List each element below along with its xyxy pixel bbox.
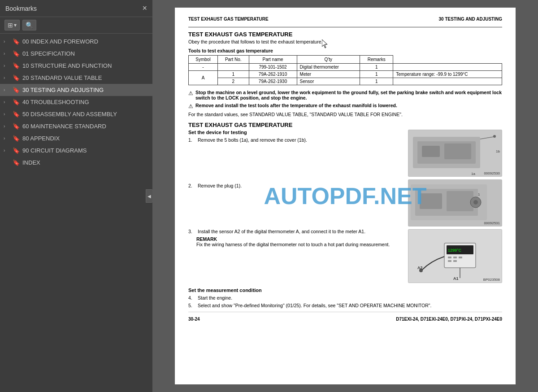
- cell-remarks-0: [393, 64, 502, 71]
- sidebar-item-idx[interactable]: 🔖INDEX: [0, 157, 152, 169]
- steps-column: Set the device for testing 1. Remove the…: [188, 130, 404, 283]
- cell-remarks-1: Temperature range: -99.9 to 1299°C: [393, 71, 502, 78]
- bookmark-icon-30: 🔖: [13, 87, 20, 93]
- image-2-code: 00092531: [484, 221, 500, 225]
- svg-rect-26: [453, 260, 457, 262]
- sidebar-item-90[interactable]: ›🔖90 CIRCUIT DIAGRAMS: [0, 144, 152, 157]
- cell-partname-1: Meter: [297, 71, 360, 78]
- bookmark-icon-00: 🔖: [13, 38, 20, 45]
- svg-rect-24: [459, 257, 462, 258]
- tools-label: Tools to test exhaust gas temperature: [188, 48, 502, 53]
- table-row-1: A179A-262-1910Meter1Temperature range: -…: [189, 71, 502, 78]
- step-1: 1. Remove the 5 bolts (1a), and remove t…: [188, 137, 404, 143]
- cell-partno-1: 79A-262-1910: [249, 71, 297, 78]
- warning-text-1: Stop the machine on a level ground, lowe…: [195, 90, 502, 100]
- sidebar-toolbar: ⊞ ▾ 🔍: [0, 17, 152, 34]
- expand-arrow-90[interactable]: ›: [4, 148, 10, 153]
- step-1-text: Remove the 5 bolts (1a), and remove the …: [198, 137, 307, 143]
- cell-partname-0: Digital thermometer: [297, 64, 360, 71]
- bookmark-icon-10: 🔖: [13, 62, 20, 69]
- step-2-image: 1 00092531: [408, 179, 502, 226]
- cell-symbol-0: -: [189, 64, 218, 71]
- bookmark-label-00: 00 INDEX AND FOREWORD: [22, 38, 149, 45]
- standard-ref: For the standard values, see STANDARD VA…: [188, 112, 502, 117]
- page-document: TEST EXHAUST GAS TEMPERATURE 30 TESTING …: [175, 8, 516, 384]
- expand-arrow-00[interactable]: ›: [4, 39, 10, 44]
- warning-1: ⚠ Stop the machine on a level ground, lo…: [188, 90, 502, 100]
- bookmark-icon-20: 🔖: [13, 74, 20, 81]
- cell-qty-1: 1: [360, 71, 393, 78]
- measurement-title: Set the measurement condition: [188, 287, 502, 293]
- sidebar-item-01[interactable]: ›🔖01 SPECIFICATION: [0, 48, 152, 60]
- close-button[interactable]: ×: [142, 4, 147, 13]
- svg-point-7: [493, 135, 496, 138]
- step-3-text: Install the sensor A2 of the digital the…: [198, 229, 365, 234]
- svg-text:1b: 1b: [496, 149, 500, 153]
- col-remarks: Remarks: [360, 56, 393, 64]
- expand-arrow-30[interactable]: ›: [4, 87, 10, 92]
- warning-icon-1: ⚠: [188, 90, 193, 96]
- warning-2: ⚠ Remove and install the test tools afte…: [188, 103, 502, 109]
- remark-title: REMARK: [196, 236, 217, 242]
- footer-right: D71EXI-24, D71EXI-24E0, D71PXI-24, D71PX…: [396, 317, 502, 322]
- col-qty: Q'ty: [297, 56, 360, 64]
- bookmark-icon-50: 🔖: [13, 111, 20, 118]
- expand-arrow-60[interactable]: ›: [4, 124, 10, 129]
- step-2: 2. Remove the plug (1).: [188, 183, 404, 188]
- bookmark-label-80: 80 APPENDIX: [22, 135, 149, 142]
- section2-title: TEST EXHAUST GAS TEMPERATURE: [188, 122, 502, 128]
- warning-icon-2: ⚠: [188, 103, 193, 109]
- bookmark-icon-40: 🔖: [13, 99, 20, 105]
- bookmark-icon-90: 🔖: [13, 147, 20, 154]
- expand-arrow-40[interactable]: ›: [4, 100, 10, 105]
- subsection-title: Set the device for testing: [188, 130, 404, 135]
- cell-sub-0: [217, 64, 249, 71]
- svg-rect-4: [422, 146, 440, 157]
- footer-left: 30-24: [188, 317, 200, 322]
- cell-partno-2: 79A-262-1930: [249, 78, 297, 85]
- sidebar-item-10[interactable]: ›🔖10 STRUCTURE AND FUNCTION: [0, 60, 152, 72]
- images-column: 1a 1b 00092530 1: [408, 130, 502, 283]
- expand-arrow-80[interactable]: ›: [4, 136, 10, 141]
- sidebar-item-80[interactable]: ›🔖80 APPENDIX: [0, 132, 152, 144]
- sidebar-item-00[interactable]: ›🔖00 INDEX AND FOREWORD: [0, 35, 152, 48]
- sidebar-item-50[interactable]: ›🔖50 DISASSEMBLY AND ASSEMBLY: [0, 108, 152, 120]
- step-3-num: 3.: [188, 229, 195, 234]
- bookmark-search-icon: 🔍: [26, 22, 33, 29]
- sidebar-item-60[interactable]: ›🔖60 MAINTENANCE STANDARD: [0, 120, 152, 132]
- svg-rect-22: [448, 257, 451, 258]
- grid-icon: ⊞: [8, 22, 13, 29]
- bookmark-label-idx: INDEX: [22, 159, 149, 166]
- bookmark-label-20: 20 STANDARD VALUE TABLE: [22, 74, 149, 81]
- step-4: 4. Start the engine.: [188, 295, 502, 301]
- main-content: AUTOPDF.NET TEST EXHAUST GAS TEMPERATURE…: [152, 0, 538, 392]
- sidebar-item-30[interactable]: ›🔖30 TESTING AND ADJUSTING: [0, 84, 152, 96]
- cell-partno-0: 799-101-1502: [249, 64, 297, 71]
- cell-sub-2: 2: [217, 78, 249, 85]
- svg-text:1299°C: 1299°C: [448, 248, 462, 253]
- bookmark-label-10: 10 STRUCTURE AND FUNCTION: [22, 62, 149, 69]
- col-part-no: Part No.: [217, 56, 249, 64]
- bookmark-label-30: 30 TESTING AND ADJUSTING: [22, 87, 149, 93]
- sidebar-item-20[interactable]: ›🔖20 STANDARD VALUE TABLE: [0, 72, 152, 84]
- image-1-code: 00092530: [484, 171, 500, 175]
- measurement-section: Set the measurement condition 4. Start t…: [188, 287, 502, 308]
- expand-arrow-10[interactable]: ›: [4, 63, 10, 68]
- cell-qty-2: 1: [360, 78, 393, 85]
- view-options-button[interactable]: ⊞ ▾: [4, 20, 20, 30]
- sidebar-item-40[interactable]: ›🔖40 TROUBLESHOOTING: [0, 96, 152, 108]
- svg-rect-14: [447, 191, 473, 211]
- expand-arrow-50[interactable]: ›: [4, 112, 10, 117]
- sidebar-collapse-button[interactable]: ◀: [146, 189, 153, 203]
- main-section-title: TEST EXHAUST GAS TEMPERATURE: [188, 31, 502, 38]
- bookmark-icon-80: 🔖: [13, 135, 20, 142]
- expand-arrow-20[interactable]: ›: [4, 75, 10, 80]
- col-part-name: Part name: [249, 56, 297, 64]
- bookmark-search-button[interactable]: 🔍: [22, 20, 36, 30]
- expand-arrow-01[interactable]: ›: [4, 51, 10, 56]
- bookmark-list: ›🔖00 INDEX AND FOREWORD›🔖01 SPECIFICATIO…: [0, 34, 152, 392]
- step-5-text: Select and show "Pre-defined Monitoring"…: [198, 303, 431, 308]
- svg-rect-13: [420, 193, 442, 209]
- sidebar-header: Bookmarks ×: [0, 0, 152, 17]
- step-5: 5. Select and show "Pre-defined Monitori…: [188, 303, 502, 308]
